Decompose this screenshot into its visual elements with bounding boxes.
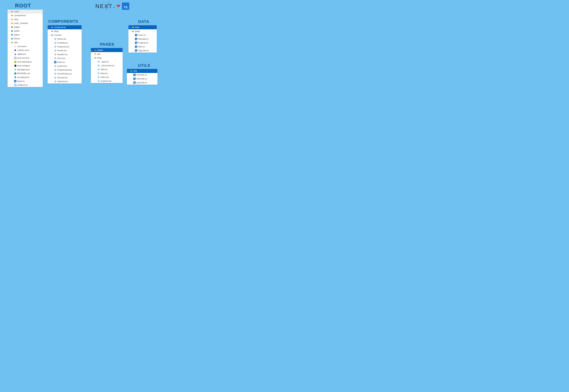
tree-item[interactable]: ◆.gitignore: [8, 52, 43, 56]
chevron-right-icon[interactable]: ›: [8, 42, 10, 43]
chevron-right-icon[interactable]: ›: [129, 30, 131, 32]
tree-item[interactable]: projects.tsx: [91, 79, 122, 83]
react-icon: [54, 65, 57, 67]
tree-item[interactable]: ProjectCard.tsx: [48, 68, 82, 72]
tree-item[interactable]: Header.tsx: [48, 53, 82, 56]
chevron-right-icon[interactable]: ›: [8, 38, 10, 40]
tree-item[interactable]: JSnext-sitemap.js: [8, 60, 43, 64]
tree-item[interactable]: ›api: [91, 52, 122, 56]
tree-header[interactable]: ⌄pages: [91, 48, 122, 52]
tree-item[interactable]: TSNavdata.ts: [129, 37, 157, 41]
chevron-right-icon[interactable]: ›: [91, 53, 93, 55]
react-icon: [54, 42, 57, 44]
tree-item[interactable]: ›node_modules: [8, 21, 43, 25]
tree-item[interactable]: Featured.tsx: [48, 45, 82, 49]
tree-item[interactable]: TSProjects.ts: [129, 41, 157, 45]
chevron-right-icon[interactable]: ›: [8, 30, 10, 32]
tree-item[interactable]: ScrollToTop.tsx: [48, 72, 82, 76]
tree-item[interactable]: blog.tsx: [91, 71, 122, 75]
chevron-right-icon[interactable]: ›: [8, 22, 10, 24]
tree-item[interactable]: TSioTsUtils.ts: [127, 73, 157, 77]
tree-item[interactable]: TSmdxUtils.ts: [127, 77, 157, 81]
tree-item[interactable]: ›public: [8, 29, 43, 33]
react-icon: [97, 76, 100, 78]
tree-item[interactable]: iREADME.md: [8, 71, 43, 75]
svg-point-37: [55, 78, 56, 78]
tree-header[interactable]: ⌄components: [48, 25, 82, 29]
tree-item[interactable]: ›Blog: [48, 29, 82, 33]
chevron-right-icon[interactable]: ›: [8, 34, 10, 36]
folder-icon: [94, 53, 97, 55]
tree-item[interactable]: TSSEO.ts: [129, 45, 157, 49]
root-title: ROOT: [15, 2, 43, 9]
chevron-right-icon[interactable]: ›: [91, 57, 93, 59]
typescript-def-icon: TS: [14, 57, 16, 59]
tree-item[interactable]: ⬢package.json: [8, 68, 43, 71]
tree-item[interactable]: ›components: [8, 14, 43, 17]
tree-item[interactable]: _app.tsx: [91, 60, 122, 64]
tree-item-label: ScrollToTop.tsx: [57, 72, 81, 75]
chevron-right-icon[interactable]: ›: [8, 11, 10, 13]
tree-item[interactable]: 404.tsx: [91, 68, 122, 71]
svg-point-57: [98, 73, 99, 73]
tree-item[interactable]: index.tsx: [91, 75, 122, 79]
tree-item[interactable]: TSnext-env.d.ts: [8, 56, 43, 60]
svg-point-1: [55, 39, 56, 39]
tree-item[interactable]: ›pages: [8, 25, 43, 29]
tree-header[interactable]: ⌄data: [129, 25, 157, 29]
chevron-right-icon[interactable]: ›: [48, 34, 50, 36]
utils-panel: ⌄utilsTSioTsUtils.tsTSmdxUtils.tsTSpostU…: [127, 69, 158, 85]
tree-item[interactable]: TStsconfig.json: [8, 75, 43, 79]
tree-item[interactable]: About.tsx: [48, 37, 82, 41]
chevron-down-icon[interactable]: ⌄: [127, 70, 129, 72]
tree-item[interactable]: Layout.tsx: [48, 64, 82, 68]
tree-item[interactable]: Footer.tsx: [48, 49, 82, 53]
tree-item-label: SEO.ts: [138, 45, 156, 48]
tree-item[interactable]: TSindex.ts: [48, 60, 82, 64]
chevron-down-icon[interactable]: ⌄: [129, 26, 131, 28]
nextjs-text: NEXT: [95, 3, 113, 9]
tree-item[interactable]: TabGrid.tsx: [48, 80, 82, 84]
tree-item-label: components: [14, 14, 42, 17]
tree-item[interactable]: Confetti.tsx: [48, 41, 82, 45]
tree-item[interactable]: TSLinks.ts: [129, 33, 157, 37]
tree-item[interactable]: Socials.tsx: [48, 76, 82, 80]
typescript-icon: TS: [133, 78, 136, 80]
chevron-down-icon[interactable]: ⌄: [91, 49, 93, 51]
tree-item[interactable]: TStypes.ts: [8, 79, 43, 83]
tree-item-label: api: [97, 53, 122, 55]
typescript-icon: TS: [135, 34, 137, 36]
tree-header[interactable]: ⌄utils: [127, 69, 157, 73]
javascript-icon: JS: [14, 61, 16, 63]
pages-section: PAGES ⌄pages›api›blog_app.tsx_document.t…: [91, 42, 123, 83]
chevron-right-icon[interactable]: ›: [8, 18, 10, 20]
svg-point-49: [98, 66, 99, 66]
folder-open-icon: [132, 26, 134, 28]
tree-item-label: About.tsx: [57, 38, 81, 40]
tree-item[interactable]: TSTagColor.ts: [129, 49, 157, 53]
tree-item[interactable]: TSunified.d.ts: [8, 83, 43, 87]
chevron-right-icon[interactable]: ›: [8, 14, 10, 16]
tree-item[interactable]: Hero.tsx: [48, 56, 82, 60]
tree-item[interactable]: ›Contact: [48, 33, 82, 37]
tree-item[interactable]: Nnext.config.js: [8, 64, 43, 68]
nextjs-logo: NEXT.JS: [95, 3, 115, 9]
tree-item[interactable]: ›.next: [8, 10, 43, 14]
svg-point-21: [55, 58, 56, 58]
tree-item[interactable]: ›styles: [8, 33, 43, 37]
chevron-down-icon[interactable]: ⌄: [48, 26, 50, 28]
react-icon: [97, 64, 100, 67]
tree-item[interactable]: ›utils: [8, 41, 43, 44]
tree-item[interactable]: ⬣.eslintrc.json: [8, 48, 43, 52]
react-icon: [54, 57, 57, 59]
tree-item[interactable]: TSpostUtils.ts: [127, 81, 157, 84]
tree-item[interactable]: ›blogs: [129, 29, 157, 33]
chevron-right-icon[interactable]: ›: [8, 26, 10, 28]
tree-item[interactable]: ›blog: [91, 56, 122, 60]
chevron-right-icon[interactable]: ›: [48, 30, 50, 32]
tree-item[interactable]: ⚙.env.local: [8, 44, 43, 48]
tree-item[interactable]: ›theme: [8, 37, 43, 41]
data-section: DATA ⌄data›blogsTSLinks.tsTSNavdata.tsTS…: [128, 19, 157, 53]
tree-item[interactable]: ›data: [8, 17, 43, 21]
tree-item[interactable]: _document.tsx: [91, 64, 122, 68]
